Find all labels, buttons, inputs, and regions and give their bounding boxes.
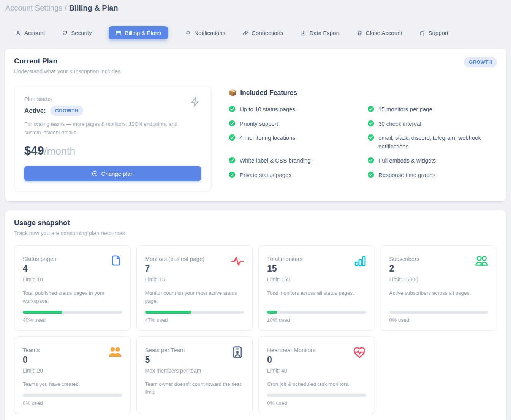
settings-tabs: Account Security Billing & Plans Notific… [15,26,506,39]
current-plan-titles: Current Plan Understand what your subscr… [14,57,120,74]
features-title-row: 📦 Included Features [229,89,497,97]
price-amount: $49 [24,144,44,157]
feature-item: Response time graphs [367,171,497,180]
plan-row: Plan status Active: GROWTH For scaling t… [14,87,497,191]
feature-item: 15 monitors per page [367,105,497,114]
feature-item: 4 monitoring locations [229,134,358,151]
features-title: Included Features [240,89,297,97]
tab-connections[interactable]: Connections [242,26,283,39]
price-period: /month [44,145,76,157]
usage-progress-track [267,311,366,314]
tab-account[interactable]: Account [15,26,45,39]
activity-icon [230,254,245,268]
check-circle-icon [229,120,236,127]
features-grid: Up to 10 status pages 15 monitors per pa… [229,105,497,179]
check-circle-icon [229,106,236,112]
tab-support[interactable]: Support [419,26,448,39]
feature-item: email, slack, discord, telegram, webhook… [367,134,497,151]
usage-card-subscribers: Subscribers 2 Limit: 15000 Active subscr… [381,245,497,331]
feature-item: Up to 10 status pages [229,105,358,114]
arrow-up-circle-icon [92,171,98,177]
usage-card-seats-per-team: Seats per Team 5 Max members per team Te… [136,336,253,414]
check-circle-icon [367,120,374,127]
usage-snapshot-card: Usage snapshot Track how you are consumi… [5,210,506,420]
download-icon [300,30,306,36]
usage-card-total-monitors: Total monitors 15 Limit: 150 Total monit… [258,245,375,331]
check-circle-icon [367,106,374,112]
plan-active-row: Active: GROWTH [24,106,201,116]
usage-card-monitors-busiest-page: Monitors (busiest page) 7 Limit: 15 Moni… [136,245,253,331]
breadcrumb-current: Billing & Plan [69,4,118,12]
usage-card-status-pages: Status pages 4 Limit: 10 Total published… [14,245,131,331]
usage-subtitle: Track how you are consuming plan resourc… [14,230,497,236]
check-circle-icon [367,171,374,178]
usage-title: Usage snapshot [14,219,497,227]
users-icon [474,254,489,268]
feature-item: Full embeds & widgets [367,156,497,165]
feature-item: Priority support [229,120,358,128]
link-icon [242,30,248,36]
tab-billing-plans[interactable]: Billing & Plans [109,26,168,39]
usage-card-heartbeat-monitors: Heartbeat Monitors 0 Limit: 40 Cron job … [258,336,375,414]
user-icon [15,30,21,36]
feature-item: White-label & CSS branding [229,156,358,165]
usage-progress-track [23,394,122,397]
tab-security[interactable]: Security [62,26,92,39]
headphones-icon [419,30,425,36]
heart-pulse-icon [352,345,367,360]
breadcrumb: Account Settings/Billing & Plan [5,4,506,13]
usage-grid: Status pages 4 Limit: 10 Total published… [14,245,497,414]
plan-price: $49/month [24,144,201,158]
plan-description: For scaling teams — more pages & monitor… [24,120,184,136]
trash-icon [357,30,363,36]
file-icon [110,254,123,267]
bell-icon [185,30,191,36]
id-badge-icon [230,345,245,360]
tab-data-export[interactable]: Data Export [300,26,339,39]
package-emoji-icon: 📦 [229,90,237,96]
check-circle-icon [229,157,236,164]
tab-close-account[interactable]: Close Account [357,26,402,39]
plan-status-box: Plan status Active: GROWTH For scaling t… [14,87,211,191]
usage-progress-track [145,311,244,314]
breadcrumb-separator: / [65,4,67,12]
check-circle-icon [229,171,236,178]
feature-item: Private status pages [229,171,358,180]
plan-status-value: Active: [24,107,46,115]
users-filled-icon [108,345,123,359]
change-plan-label: Change plan [101,171,133,177]
current-plan-title: Current Plan [14,57,120,65]
included-features-section: 📦 Included Features Up to 10 status page… [229,87,497,191]
shield-icon [62,30,68,36]
billing-page: Account Settings/Billing & Plan Account … [5,4,506,420]
breadcrumb-section[interactable]: Account Settings [5,4,62,12]
change-plan-button[interactable]: Change plan [24,166,201,181]
credit-card-icon [115,30,122,36]
current-plan-card: Current Plan Understand what your subscr… [5,49,506,201]
current-plan-header: Current Plan Understand what your subscr… [14,57,497,74]
bar-chart-icon [353,254,367,268]
plan-status-badge: GROWTH [50,106,83,116]
usage-progress-fill [145,311,191,314]
tab-notifications[interactable]: Notifications [185,26,225,39]
zap-icon [190,96,201,107]
usage-progress-track [389,311,489,314]
usage-progress-fill [23,311,62,314]
plan-status-label: Plan status [24,96,201,102]
current-plan-subtitle: Understand what your subscription includ… [14,68,120,74]
plan-tier-badge: GROWTH [464,57,497,67]
check-circle-icon [229,134,236,141]
feature-item: 30 check interval [367,120,497,128]
usage-progress-track [23,311,122,314]
usage-progress-fill [267,311,277,314]
check-circle-icon [367,157,374,164]
check-circle-icon [367,134,374,141]
usage-card-teams: Teams 0 Limit: 20 Teams you have created… [14,336,131,414]
usage-progress-track [267,394,366,397]
